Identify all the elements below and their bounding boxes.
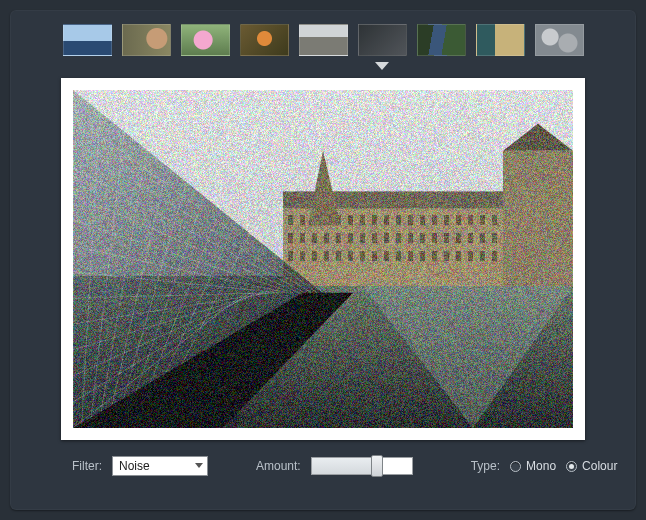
thumbnail-4[interactable] <box>299 24 348 56</box>
type-radio-mono-label: Mono <box>526 459 556 473</box>
amount-slider[interactable] <box>311 457 413 475</box>
radio-dot-icon <box>510 461 521 472</box>
thumbnail-7[interactable] <box>476 24 525 56</box>
type-label: Type: <box>471 459 500 473</box>
thumbnail-1[interactable] <box>122 24 171 56</box>
amount-slider-handle[interactable] <box>371 455 383 477</box>
thumbnail-strip <box>10 24 636 56</box>
preview-canvas <box>73 90 573 428</box>
app-root: Filter: Noise Amount: Type: Mono Colour <box>0 0 646 520</box>
image-frame <box>61 78 585 440</box>
amount-label: Amount: <box>256 459 301 473</box>
amount-slider-fill <box>312 458 377 474</box>
caret-down-icon <box>375 62 389 70</box>
thumbnail-6[interactable] <box>417 24 466 56</box>
filter-label: Filter: <box>72 459 102 473</box>
radio-dot-icon <box>566 461 577 472</box>
editor-panel: Filter: Noise Amount: Type: Mono Colour <box>10 10 636 510</box>
thumbnail-0[interactable] <box>63 24 112 56</box>
thumbnail-5[interactable] <box>358 24 407 56</box>
filter-select-wrap: Noise <box>112 456 208 476</box>
thumbnail-3[interactable] <box>240 24 289 56</box>
controls-bar: Filter: Noise Amount: Type: Mono Colour <box>10 456 636 476</box>
type-radio-colour[interactable]: Colour <box>566 459 617 473</box>
filter-select[interactable]: Noise <box>112 456 208 476</box>
thumbnail-2[interactable] <box>181 24 230 56</box>
thumbnail-8[interactable] <box>535 24 584 56</box>
type-radio-mono[interactable]: Mono <box>510 459 556 473</box>
type-radio-colour-label: Colour <box>582 459 617 473</box>
selection-indicator-row <box>10 62 636 74</box>
